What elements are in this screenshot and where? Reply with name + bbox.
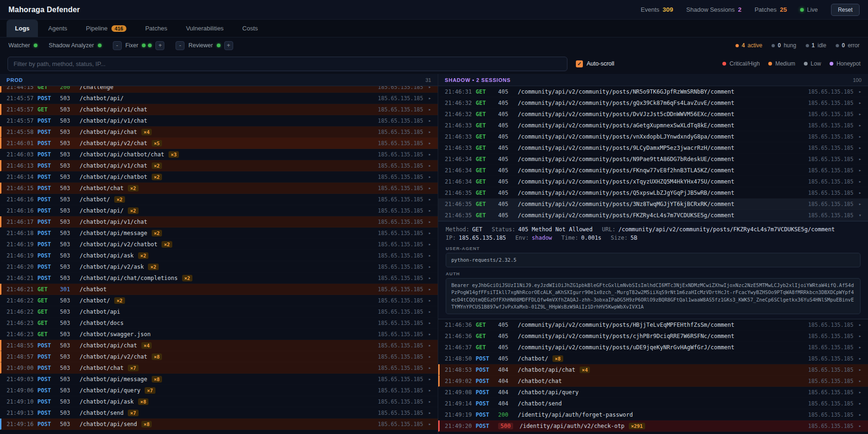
expand-caret-icon[interactable]: ▸ [428,118,431,123]
expand-caret-icon[interactable]: ▸ [859,401,861,406]
expand-caret-icon[interactable]: ▸ [428,140,431,146]
log-row[interactable]: 21:46:23 GET 503 /chatbot/swagger.json 1… [0,329,438,340]
log-row[interactable]: 21:49:08 POST 404 /chatbot/api/query 185… [438,387,868,398]
log-row[interactable]: 21:46:01 POST 503 /chatbot/api/v2/chat ×… [0,138,438,149]
log-row[interactable]: 21:49:02 POST 404 /chatbot/chat 185.65.1… [438,375,868,387]
expand-caret-icon[interactable]: ▸ [859,201,861,206]
log-row[interactable]: 21:49:14 POST 404 /chatbot/send 185.65.1… [438,398,868,409]
log-row[interactable]: 21:46:34 GET 405 /community/api/v2/commu… [438,165,868,176]
log-row[interactable]: 21:46:36 GET 405 /community/api/v2/commu… [438,319,868,331]
expand-caret-icon[interactable]: ▸ [859,156,861,162]
expand-caret-icon[interactable]: ▸ [859,179,861,184]
log-row[interactable]: 21:45:57 POST 503 /chatbot/api/ 185.65.1… [0,93,438,104]
log-row[interactable]: 21:46:35 GET 405 /community/api/v2/commu… [438,199,868,210]
expand-caret-icon[interactable]: ▸ [428,309,431,314]
reset-button[interactable]: Reset [831,4,860,16]
log-row[interactable]: 21:46:16 POST 503 /chatbot/api/ ×2 185.6… [0,205,438,216]
log-row[interactable]: 21:46:03 POST 503 /chatbot/api/chatbot/c… [0,149,438,160]
log-row[interactable]: 21:48:53 POST 404 /chatbot/api/chat ×4 1… [438,364,868,375]
log-row[interactable]: 21:46:33 GET 405 /community/api/v2/commu… [438,120,868,131]
expand-caret-icon[interactable]: ▸ [428,410,431,415]
autoscroll-checkbox-icon[interactable]: ✓ [576,60,583,67]
expand-caret-icon[interactable]: ▸ [859,345,861,350]
expand-caret-icon[interactable]: ▸ [428,287,431,292]
expand-caret-icon[interactable]: ▸ [428,242,431,247]
expand-caret-icon[interactable]: ▸ [859,378,861,383]
expand-caret-icon[interactable]: ▸ [859,134,861,139]
agent-remove-button[interactable]: - [113,41,122,50]
log-row[interactable]: 21:49:06 POST 503 /chatbot/api/query ×7 … [0,385,438,396]
expand-caret-icon[interactable]: ▸ [859,322,861,327]
expand-caret-icon[interactable]: ▸ [428,365,431,370]
log-row[interactable]: 21:46:22 GET 503 /chatbot/ ×2 185.65.135… [0,295,438,306]
log-row[interactable]: 21:46:19 POST 503 /chatbot/api/ask ×2 18… [0,250,438,261]
expand-caret-icon[interactable]: ▸ [428,376,431,382]
log-row[interactable]: 21:48:50 POST 405 /chatbot/ ×8 185.65.13… [438,353,868,364]
expand-caret-icon[interactable]: ▸ [428,86,431,89]
expand-caret-icon[interactable]: ▸ [428,219,431,224]
log-row[interactable]: 21:48:55 POST 503 /chatbot/api/chat ×4 1… [0,340,438,351]
log-row[interactable]: 21:45:58 POST 503 /chatbot/api/chat ×4 1… [0,126,438,138]
log-row[interactable]: 21:46:19 POST 503 /chatbot/api/v2/chatbo… [0,239,438,250]
expand-caret-icon[interactable]: ▸ [428,96,431,101]
log-row[interactable]: 21:46:36 GET 405 /community/api/v2/commu… [438,331,868,342]
log-row[interactable]: 21:46:32 GET 405 /community/api/v2/commu… [438,97,868,109]
tab-pipeline[interactable]: Pipeline 416 [78,20,135,37]
log-row[interactable]: 21:46:22 GET 503 /chatbot/api 185.65.135… [0,306,438,317]
expand-caret-icon[interactable]: ▸ [859,367,861,372]
log-row[interactable]: 21:45:57 POST 503 /chatbot/api/v1/chat 1… [0,115,438,126]
log-row[interactable]: 21:46:17 POST 503 /chatbot/api/v1/chat 1… [0,216,438,228]
expand-caret-icon[interactable]: ▸ [859,390,861,395]
log-row[interactable]: 21:46:34 GET 405 /community/api/v2/commu… [438,176,868,187]
expand-caret-icon[interactable]: ▸ [428,152,431,157]
expand-caret-icon[interactable]: ▸ [859,333,861,338]
expand-caret-icon[interactable]: ▸ [428,298,431,303]
autoscroll-toggle[interactable]: ✓ Auto-scroll [576,60,614,67]
expand-caret-icon[interactable]: ▸ [428,185,431,191]
expand-caret-icon[interactable]: ▸ [428,275,431,280]
log-row[interactable]: 21:49:19 POST 200 /identity/api/auth/for… [438,409,868,420]
expand-caret-icon[interactable]: ▸ [859,423,861,428]
log-row[interactable]: 21:49:10 POST 503 /chatbot/api/ask ×8 18… [0,396,438,407]
expand-caret-icon[interactable]: ▸ [428,399,431,404]
log-row[interactable]: 21:46:13 POST 503 /chatbot/api/v1/chat ×… [0,160,438,171]
expand-caret-icon[interactable]: ▸ [428,320,431,325]
log-row[interactable]: 21:46:33 GET 405 /community/api/v2/commu… [438,142,868,154]
expand-caret-icon[interactable]: ▸ [428,163,431,168]
expand-caret-icon[interactable]: ▸ [428,264,431,269]
log-row[interactable]: 21:46:15 POST 503 /chatbot/chat ×2 185.6… [0,183,438,194]
expand-caret-icon[interactable]: ▸ [859,412,861,417]
log-row[interactable]: 21:46:23 GET 503 /chatbot/docs 185.65.13… [0,317,438,329]
expand-caret-icon[interactable]: ▸ [428,343,431,348]
tab-vulnerabilities[interactable]: Vulnerabilities [177,20,232,37]
filter-input[interactable] [7,57,567,71]
expand-caret-icon[interactable]: ▸ [428,174,431,179]
expand-caret-icon[interactable]: ▸ [859,356,861,361]
expand-caret-icon[interactable]: ▸ [859,145,861,150]
expand-caret-icon[interactable]: ▸ [428,331,431,337]
log-row[interactable]: 21:49:20 POST 500 /identity/api/auth/v2/… [438,420,868,432]
log-row[interactable]: 21:46:35 GET 405 /community/api/v2/commu… [438,210,868,221]
expand-caret-icon[interactable]: ▸ [859,190,861,195]
expand-caret-icon[interactable]: ▾ [859,213,861,218]
log-row[interactable]: 21:46:34 GET 405 /community/api/v2/commu… [438,154,868,165]
log-row[interactable]: 21:48:57 POST 503 /chatbot/api/v2/chat ×… [0,351,438,362]
expand-caret-icon[interactable]: ▸ [428,354,431,359]
expand-caret-icon[interactable]: ▸ [428,107,431,112]
log-row[interactable]: 21:49:03 POST 503 /chatbot/api/message ×… [0,374,438,385]
log-row[interactable]: 21:46:16 POST 503 /chatbot/ ×2 185.65.13… [0,194,438,205]
log-row[interactable]: 21:49:00 POST 503 /chatbot/chat ×7 185.6… [0,362,438,374]
log-row[interactable]: 21:46:31 GET 405 /community/api/v2/commu… [438,86,868,97]
tab-agents[interactable]: Agents [40,20,75,37]
expand-caret-icon[interactable]: ▸ [428,129,431,134]
tab-costs[interactable]: Costs [234,20,266,37]
expand-caret-icon[interactable]: ▸ [428,197,431,202]
log-row[interactable]: 21:46:21 GET 301 /chatbot 185.65.135.185… [0,284,438,295]
tab-patches[interactable]: Patches [137,20,176,37]
expand-caret-icon[interactable]: ▸ [859,100,861,105]
expand-caret-icon[interactable]: ▸ [428,253,431,258]
log-row[interactable]: 21:46:18 POST 503 /chatbot/api/message ×… [0,228,438,239]
log-row[interactable]: 21:46:14 POST 503 /chatbot/api/chatbot ×… [0,171,438,183]
log-row[interactable]: 21:45:57 GET 503 /chatbot/api/v1/chat 18… [0,104,438,115]
log-row[interactable]: 21:49:13 POST 503 /chatbot/send ×7 185.6… [0,407,438,419]
